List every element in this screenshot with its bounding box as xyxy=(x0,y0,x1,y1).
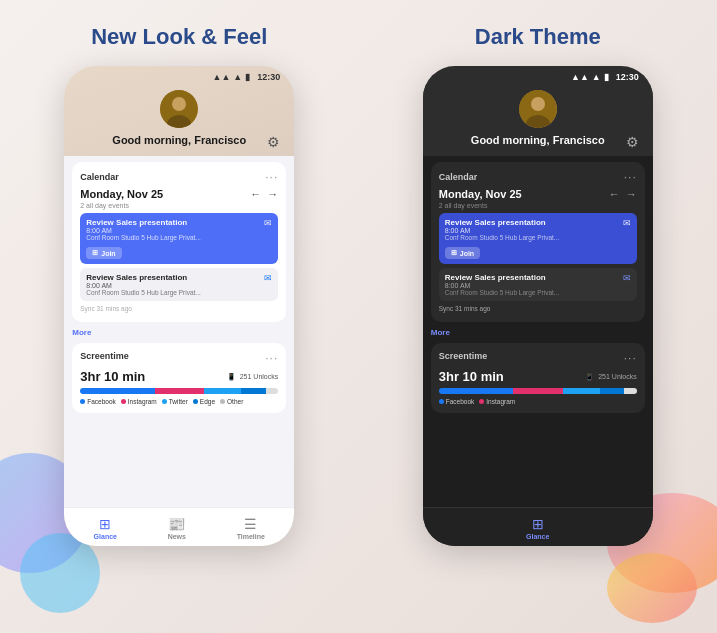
nav-item-glance-dark[interactable]: ⊞ Glance xyxy=(526,516,549,540)
date-nav-dark: Monday, Nov 25 ← → xyxy=(439,188,637,200)
date-nav-arrows-light: ← → xyxy=(250,188,278,200)
nav-item-news-light[interactable]: 📰 News xyxy=(168,516,186,540)
right-panel: Dark Theme ▲▲ ▲ ▮ 12:30 xyxy=(359,0,718,633)
avatar-dark xyxy=(519,90,557,128)
legend-label-tw: Twitter xyxy=(169,398,188,405)
sub-text-light: 2 all day events xyxy=(80,202,278,209)
legend-dot-edge xyxy=(193,399,198,404)
event-item-2-light[interactable]: ✉ Review Sales presentation 8:00 AM Conf… xyxy=(80,268,278,301)
legend-fb-dark: Facebook xyxy=(439,398,475,405)
battery-icon-dark: ▮ xyxy=(604,72,609,82)
event-title-2-dark: Review Sales presentation xyxy=(445,273,631,282)
phone-header-light: ⚙ Good morning, Francisco xyxy=(64,84,294,156)
teams-icon-light: ⊞ xyxy=(92,249,98,257)
legend-dark: Facebook Instagram xyxy=(439,398,637,405)
screentime-title-dark: Screentime xyxy=(439,351,488,365)
legend-ig-dark: Instagram xyxy=(479,398,515,405)
wifi-icon: ▲ xyxy=(233,72,242,82)
svg-point-4 xyxy=(531,97,545,111)
news-label-light: News xyxy=(168,533,186,540)
event-title-2-light: Review Sales presentation xyxy=(86,273,272,282)
legend-fb: Facebook xyxy=(80,398,116,405)
legend-label-other: Other xyxy=(227,398,243,405)
progress-other xyxy=(266,388,278,394)
avatar-svg xyxy=(160,90,198,128)
legend-dot-tw xyxy=(162,399,167,404)
sub-text-dark: 2 all day events xyxy=(439,202,637,209)
progress-bar-light xyxy=(80,388,278,394)
glance-label-light: Glance xyxy=(94,533,117,540)
teams-icon-dark: ⊞ xyxy=(451,249,457,257)
bottom-nav-dark: ⊞ Glance xyxy=(423,507,653,546)
progress-edge-dark xyxy=(600,388,625,394)
screentime-card-light: Screentime ··· 3hr 10 min 📱 251 Unlocks xyxy=(72,343,286,413)
event-location-1-dark: Conf Room Studio 5 Hub Large Privat... xyxy=(445,234,631,241)
next-arrow-light[interactable]: → xyxy=(267,188,278,200)
screentime-title-light: Screentime xyxy=(80,351,129,365)
outlook-icon-1-dark: ✉ xyxy=(623,218,631,228)
signal-icon-dark: ▲▲ xyxy=(571,72,589,82)
screentime-stats-dark: 3hr 10 min 📱 251 Unlocks xyxy=(439,369,637,384)
calendar-card-header-dark: Calendar ··· xyxy=(439,170,637,184)
progress-fb-dark xyxy=(439,388,513,394)
event-location-1-light: Conf Room Studio 5 Hub Large Privat... xyxy=(86,234,272,241)
timeline-icon-light: ☰ xyxy=(244,516,257,532)
avatar-svg-dark xyxy=(519,90,557,128)
prev-arrow-light[interactable]: ← xyxy=(250,188,261,200)
screentime-time-light: 3hr 10 min xyxy=(80,369,145,384)
gear-icon-light[interactable]: ⚙ xyxy=(267,134,280,150)
screentime-dots-light[interactable]: ··· xyxy=(265,351,278,365)
event-time-1-light: 8:00 AM xyxy=(86,227,272,234)
glance-icon-light: ⊞ xyxy=(99,516,111,532)
dark-phone: ▲▲ ▲ ▮ 12:30 ⚙ Good morning, Francisco xyxy=(423,66,653,546)
progress-tw xyxy=(204,388,241,394)
status-time: 12:30 xyxy=(257,72,280,82)
event-item-2-dark[interactable]: ✉ Review Sales presentation 8:00 AM Conf… xyxy=(439,268,637,301)
next-arrow-dark[interactable]: → xyxy=(626,188,637,200)
event-item-1-dark[interactable]: ✉ Review Sales presentation 8:00 AM Conf… xyxy=(439,213,637,264)
more-text-dark[interactable]: More xyxy=(431,328,645,337)
glance-icon-dark: ⊞ xyxy=(532,516,544,532)
greeting-light: Good morning, Francisco xyxy=(112,134,246,146)
gear-icon-dark[interactable]: ⚙ xyxy=(626,134,639,150)
status-bar-dark: ▲▲ ▲ ▮ 12:30 xyxy=(423,66,653,84)
screentime-card-dark: Screentime ··· 3hr 10 min 📱 251 Unlocks xyxy=(431,343,645,413)
legend-light: Facebook Instagram Twitter Edge xyxy=(80,398,278,405)
join-button-light[interactable]: ⊞ Join xyxy=(86,247,121,259)
bottom-nav-light: ⊞ Glance 📰 News ☰ Timeline xyxy=(64,507,294,546)
prev-arrow-dark[interactable]: ← xyxy=(609,188,620,200)
svg-point-1 xyxy=(172,97,186,111)
date-text-dark: Monday, Nov 25 xyxy=(439,188,522,200)
unlock-row-light: 📱 251 Unlocks xyxy=(227,373,279,381)
legend-edge: Edge xyxy=(193,398,215,405)
nav-item-timeline-light[interactable]: ☰ Timeline xyxy=(237,516,265,540)
legend-dot-fb-dark xyxy=(439,399,444,404)
screentime-header-dark: Screentime ··· xyxy=(439,351,637,365)
join-button-dark[interactable]: ⊞ Join xyxy=(445,247,480,259)
status-icons: ▲▲ ▲ ▮ 12:30 xyxy=(212,72,280,82)
status-icons-dark: ▲▲ ▲ ▮ 12:30 xyxy=(571,72,639,82)
more-text-light[interactable]: More xyxy=(72,328,286,337)
phone-content-dark: Calendar ··· Monday, Nov 25 ← → 2 all da… xyxy=(423,156,653,507)
legend-tw: Twitter xyxy=(162,398,188,405)
phone-icon-dark: 📱 xyxy=(585,373,594,381)
outlook-icon-2-dark: ✉ xyxy=(623,273,631,283)
calendar-dots-dark[interactable]: ··· xyxy=(624,170,637,184)
date-text-light: Monday, Nov 25 xyxy=(80,188,163,200)
event-item-1-light[interactable]: ✉ Review Sales presentation 8:00 AM Conf… xyxy=(80,213,278,264)
legend-label-fb: Facebook xyxy=(87,398,116,405)
screentime-dots-dark[interactable]: ··· xyxy=(624,351,637,365)
unlock-count-light: 251 Unlocks xyxy=(240,373,279,380)
event-time-2-dark: 8:00 AM xyxy=(445,282,631,289)
legend-dot-ig-dark xyxy=(479,399,484,404)
legend-label-edge: Edge xyxy=(200,398,215,405)
legend-label-ig-dark: Instagram xyxy=(486,398,515,405)
glance-label-dark: Glance xyxy=(526,533,549,540)
left-panel-title: New Look & Feel xyxy=(91,24,267,50)
unlock-row-dark: 📱 251 Unlocks xyxy=(585,373,637,381)
nav-item-glance-light[interactable]: ⊞ Glance xyxy=(94,516,117,540)
calendar-dots-light[interactable]: ··· xyxy=(265,170,278,184)
left-panel: New Look & Feel ▲▲ ▲ ▮ 12:30 xyxy=(0,0,359,633)
battery-icon: ▮ xyxy=(245,72,250,82)
signal-icon: ▲▲ xyxy=(212,72,230,82)
